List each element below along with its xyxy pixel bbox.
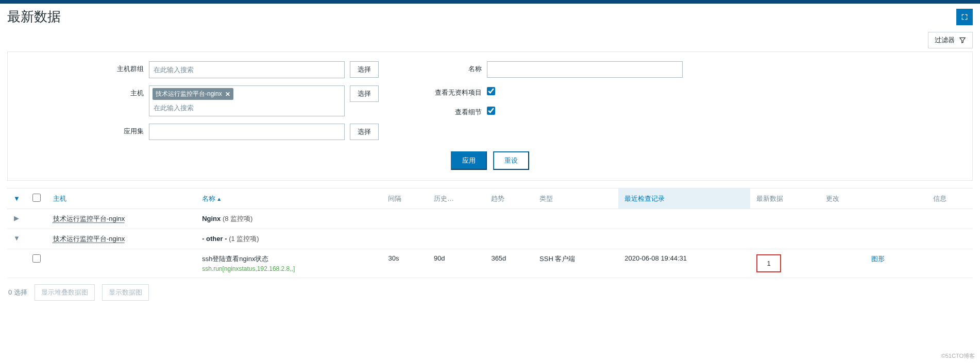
host-group-select-button[interactable]: 选择 <box>350 61 379 78</box>
reset-button[interactable]: 重设 <box>493 151 529 170</box>
selected-count: 0 选择 <box>8 288 27 297</box>
col-history: 历史… <box>428 188 485 209</box>
show-details-checkbox[interactable] <box>487 107 495 115</box>
table-header-row: ▼ 主机 名称▲ 间隔 历史… 趋势 类型 最近检查记录 最新数据 更改 信息 <box>7 188 973 209</box>
col-trend: 趋势 <box>485 188 533 209</box>
select-all-checkbox[interactable] <box>32 194 41 202</box>
host-search[interactable] <box>153 102 341 114</box>
application-input[interactable] <box>149 124 345 140</box>
group-row: ▶ 技术运行监控平台-nginx Nginx (8 监控项) <box>7 209 973 229</box>
item-type: SSH 客户端 <box>533 249 618 278</box>
host-group-search[interactable] <box>153 64 341 76</box>
filter-left-col: 主机群组 选择 主机 技术运行监控平台-nginx ✕ 选择 应用集 <box>103 61 379 140</box>
graph-link[interactable]: 图形 <box>871 255 885 263</box>
group-expand-toggle[interactable]: ▶ <box>7 209 26 229</box>
expand-icon <box>960 13 969 21</box>
filter-toggle-bar: 过滤器 <box>0 32 980 51</box>
host-tag-remove-icon[interactable]: ✕ <box>225 91 230 98</box>
sort-asc-icon: ▲ <box>216 196 222 202</box>
col-change: 更改 <box>820 188 865 209</box>
page-title: 最新数据 <box>7 8 61 26</box>
show-no-data-checkbox[interactable] <box>487 87 495 95</box>
filter-panel: 主机群组 选择 主机 技术运行监控平台-nginx ✕ 选择 应用集 <box>7 51 973 181</box>
item-trend: 365d <box>485 249 533 278</box>
col-name[interactable]: 名称▲ <box>196 188 382 209</box>
show-stacked-graph-button[interactable]: 显示堆叠数据图 <box>35 284 95 301</box>
item-history: 90d <box>428 249 485 278</box>
funnel-icon <box>959 37 966 44</box>
app-select-button[interactable]: 选择 <box>350 124 379 140</box>
group-expand-toggle[interactable]: ▼ <box>7 229 26 249</box>
row-checkbox[interactable] <box>32 254 41 263</box>
item-interval: 30s <box>382 249 427 278</box>
fullscreen-button[interactable] <box>956 9 973 25</box>
app-label: 应用集 <box>103 124 144 136</box>
col-info: 信息 <box>927 188 973 209</box>
item-last-value: 1 <box>756 254 781 272</box>
apply-button[interactable]: 应用 <box>451 151 487 170</box>
group-row: ▼ 技术运行监控平台-nginx - other - (1 监控项) <box>7 229 973 249</box>
item-key: ssh.run[nginxstatus,192.168.2.8,,] <box>202 265 376 272</box>
table-footer: 0 选择 显示堆叠数据图 显示数据图 <box>0 278 980 305</box>
group-name: Nginx (8 监控项) <box>196 209 973 229</box>
host-label: 主机 <box>103 85 144 98</box>
item-row: ssh登陆查看nginx状态 ssh.run[nginxstatus,192.1… <box>7 249 973 278</box>
host-link[interactable]: 技术运行监控平台-nginx <box>53 235 125 243</box>
item-name: ssh登陆查看nginx状态 <box>202 254 376 264</box>
select-all-cell <box>26 188 47 209</box>
host-tag[interactable]: 技术运行监控平台-nginx ✕ <box>153 88 233 100</box>
show-details-label: 查看细节 <box>410 105 482 117</box>
name-input[interactable] <box>487 61 683 78</box>
host-group-label: 主机群组 <box>103 61 144 74</box>
col-host[interactable]: 主机 <box>47 188 196 209</box>
item-last-check: 2020-06-08 19:44:31 <box>618 249 750 278</box>
host-input[interactable]: 技术运行监控平台-nginx ✕ <box>149 85 345 116</box>
filter-right-col: 名称 查看无资料项目 查看细节 <box>410 61 683 140</box>
item-change <box>820 249 865 278</box>
host-select-button[interactable]: 选择 <box>350 85 379 102</box>
col-last-value: 最新数据 <box>750 188 820 209</box>
host-group-input[interactable] <box>149 61 345 78</box>
show-graph-button[interactable]: 显示数据图 <box>102 284 149 301</box>
host-link[interactable]: 技术运行监控平台-nginx <box>53 215 125 222</box>
filter-actions: 应用 重设 <box>20 151 960 170</box>
host-tag-label: 技术运行监控平台-nginx <box>156 90 222 98</box>
col-type: 类型 <box>533 188 618 209</box>
filter-toggle-label: 过滤器 <box>935 36 955 45</box>
group-name: - other - (1 监控项) <box>196 229 973 249</box>
item-name-cell: ssh登陆查看nginx状态 ssh.run[nginxstatus,192.1… <box>196 249 382 278</box>
col-last-check[interactable]: 最近检查记录 <box>618 188 750 209</box>
expand-all-toggle[interactable]: ▼ <box>7 188 26 209</box>
show-no-data-label: 查看无资料项目 <box>410 85 482 97</box>
page-header: 最新数据 <box>0 4 980 32</box>
filter-toggle-button[interactable]: 过滤器 <box>928 32 973 48</box>
top-nav-strip <box>0 0 980 4</box>
col-interval: 间隔 <box>382 188 427 209</box>
name-label: 名称 <box>410 61 482 74</box>
data-table: ▼ 主机 名称▲ 间隔 历史… 趋势 类型 最近检查记录 最新数据 更改 信息 … <box>7 188 973 278</box>
